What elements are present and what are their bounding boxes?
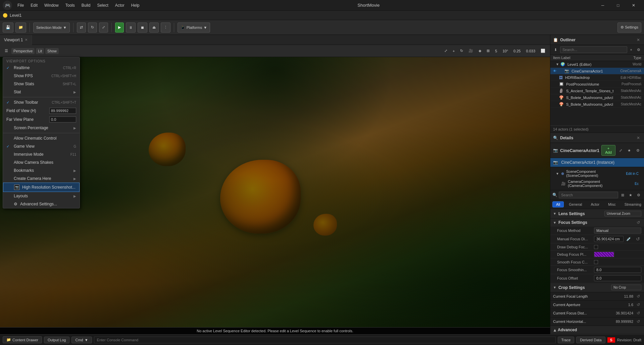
draw-debug-checkbox[interactable] <box>594 245 598 249</box>
selection-mode-button[interactable]: Selection Mode ▼ <box>33 22 70 33</box>
viewport-tab-close[interactable]: ✕ <box>25 38 28 42</box>
details-close-button[interactable]: ✕ <box>635 135 641 141</box>
transform-rotate[interactable]: ↻ <box>88 22 97 33</box>
focus-smoothing-input[interactable] <box>594 267 641 273</box>
menu-edit[interactable]: Edit <box>28 2 40 9</box>
filter-tab-actor[interactable]: Actor <box>587 201 603 207</box>
details-search-input[interactable] <box>559 192 618 198</box>
menu-help[interactable]: Help <box>129 2 142 9</box>
menu-item-create-camera[interactable]: Create Camera Here ▶ <box>3 175 80 183</box>
vp-grid-icon[interactable]: ⊞ <box>485 48 492 54</box>
trace-button[interactable]: Trace <box>558 337 575 343</box>
transform-translate[interactable]: ⇄ <box>77 22 86 33</box>
vp-menu-button[interactable]: ☰ <box>3 48 10 54</box>
settings-button[interactable]: ⚙ Settings <box>617 22 641 33</box>
pause-button[interactable]: ⏸ <box>126 22 136 33</box>
focus-settings-header[interactable]: ▼ Focus Settings ↺ <box>550 218 644 227</box>
filter-tab-general[interactable]: General <box>565 201 586 207</box>
content-drawer-button[interactable]: 📁 Content Drawer <box>3 336 42 343</box>
vp-camera-icon[interactable]: 🎥 <box>466 48 475 54</box>
scene-comp-action[interactable]: Edit in C <box>626 172 639 176</box>
far-view-input[interactable] <box>49 116 76 122</box>
outliner-item-level1[interactable]: ▼ 🌍 Level1 (Editor) World <box>550 61 644 68</box>
focus-offset-input[interactable] <box>594 275 641 281</box>
outliner-add-btn[interactable]: + <box>629 47 634 52</box>
outliner-item-mushroom2[interactable]: 🍄 S_Bolete_Mushrooms_pdvcl StaticMeshAc <box>550 101 644 108</box>
outliner-filter-btn[interactable]: ⬇ <box>552 47 559 53</box>
filter-tab-all[interactable]: All <box>552 201 564 207</box>
crop-preset-select[interactable]: No Crop <box>611 285 641 290</box>
open-button[interactable]: 📁 <box>15 22 26 33</box>
vp-rotate-icon[interactable]: ↻ <box>458 48 465 54</box>
details-grid-view-btn[interactable]: ⊞ <box>620 192 626 198</box>
details-settings-btn[interactable]: ⚙ <box>635 192 642 198</box>
menu-item-camera-shakes[interactable]: Allow Camera Shakes <box>3 158 80 166</box>
vp-select-icon[interactable]: ⤢ <box>442 48 449 54</box>
menu-item-show-toolbar[interactable]: ✓ Show Toolbar CTRL+SHIFT+T <box>3 98 80 106</box>
outliner-item-hdri[interactable]: 🖼 HDRIBackdrop Edit HDRIBac <box>550 75 644 81</box>
save-button[interactable]: 💾 <box>3 22 13 33</box>
focus-method-select[interactable]: Manual <box>594 228 641 234</box>
debug-focus-color-swatch[interactable] <box>594 252 614 257</box>
menu-item-game-view[interactable]: ✓ Game View G <box>3 142 80 150</box>
menu-item-allow-cinematic[interactable]: Allow Cinematic Control <box>3 134 80 142</box>
minimize-button[interactable]: ─ <box>595 0 610 11</box>
menu-item-bookmarks[interactable]: Bookmarks ▶ <box>3 166 80 175</box>
filter-tab-streaming[interactable]: Streaming <box>621 201 644 207</box>
vp-scale-btn[interactable]: 0.25 <box>511 48 523 54</box>
menu-item-high-res[interactable]: 📷 High Resolution Screenshot... <box>3 183 80 192</box>
menu-tools[interactable]: Tools <box>63 2 78 9</box>
details-star-button[interactable]: ★ <box>626 148 633 153</box>
details-star-filter-btn[interactable]: ★ <box>627 192 634 198</box>
console-command-input[interactable] <box>94 337 556 343</box>
menu-select[interactable]: Select <box>94 2 111 9</box>
menu-item-screen-pct[interactable]: Screen Percentage ▶ <box>3 124 80 132</box>
vp-perspective-button[interactable]: Perspective <box>11 48 35 54</box>
output-log-button[interactable]: Output Log <box>44 337 69 343</box>
outliner-item-temple[interactable]: 🗿 S_Ancient_Temple_Stones_t StaticMeshAc <box>550 88 644 94</box>
play-button[interactable]: ▶ <box>115 22 124 33</box>
transform-scale[interactable]: ⤢ <box>99 22 108 33</box>
details-expand-button[interactable]: ⤢ <box>617 148 624 153</box>
vp-time-btn[interactable]: 0.033 <box>524 48 537 54</box>
close-button[interactable]: ✕ <box>626 0 641 11</box>
outliner-close-button[interactable]: ✕ <box>635 37 641 43</box>
menu-item-layouts[interactable]: Layouts ▶ <box>3 192 80 200</box>
menu-window[interactable]: Window <box>42 2 61 9</box>
outliner-item-cine-camera[interactable]: 👁 📷 CineCameraActor1 CineCameraA <box>550 68 644 75</box>
outliner-search-input[interactable] <box>560 46 627 53</box>
cmd-dropdown-button[interactable]: Cmd ▼ <box>71 337 92 343</box>
outliner-settings-btn[interactable]: ⚙ <box>635 47 642 53</box>
scene-component-item[interactable]: ▼ ⊕ SceneComponent (SceneComponent) Edit… <box>550 168 644 179</box>
lens-settings-header[interactable]: ▼ Lens Settings Universal Zoom <box>550 209 644 218</box>
fov-input[interactable] <box>49 108 76 114</box>
manual-focus-reset[interactable]: ↺ <box>635 236 641 242</box>
menu-file[interactable]: File <box>15 2 27 9</box>
vp-surface-icon[interactable]: ◈ <box>477 48 483 54</box>
details-add-button[interactable]: + Add <box>601 145 615 156</box>
menu-item-show-stats[interactable]: Show Stats SHIFT+L <box>3 80 80 88</box>
outliner-item-postprocess[interactable]: 🔲 PostProcessVolume PostProcess\ <box>550 81 644 88</box>
vp-lit-button[interactable]: Lit <box>36 48 44 54</box>
vp-angle-btn[interactable]: 10° <box>500 48 510 54</box>
viewport-content[interactable] <box>0 57 550 327</box>
focus-dist-reset[interactable]: ↺ <box>635 311 641 315</box>
horizontal-reset[interactable]: ↺ <box>635 319 641 324</box>
crop-settings-header[interactable]: ▼ Crop Settings No Crop <box>550 283 644 292</box>
details-more-button[interactable]: ⚙ <box>635 148 641 153</box>
menu-actor[interactable]: Actor <box>112 2 127 9</box>
viewport-tab-1[interactable]: Viewport 1 ✕ <box>0 35 32 45</box>
play-options-button[interactable]: ⋮ <box>161 22 170 33</box>
focus-settings-reset[interactable]: ↺ <box>635 220 641 225</box>
smooth-focus-checkbox[interactable] <box>594 260 598 264</box>
menu-item-show-fps[interactable]: Show FPS CTRL+SHIFT+H <box>3 72 80 80</box>
vp-snap-icon[interactable]: + <box>451 48 457 54</box>
focal-reset[interactable]: ↺ <box>635 294 641 299</box>
menu-item-realtime[interactable]: ✓ Realtime CTRL+R <box>3 64 80 72</box>
eyedrop-icon[interactable]: 💉 <box>625 237 633 241</box>
outliner-item-mushroom1[interactable]: 🍄 S_Bolete_Mushrooms_pdvcl StaticMeshAc <box>550 94 644 101</box>
menu-item-stat[interactable]: Stat ▶ <box>3 88 80 96</box>
manual-focus-input[interactable] <box>594 236 624 242</box>
stop-button[interactable]: ⏹ <box>138 22 147 33</box>
vp-aspect-btn[interactable]: ⬜ <box>539 48 547 54</box>
